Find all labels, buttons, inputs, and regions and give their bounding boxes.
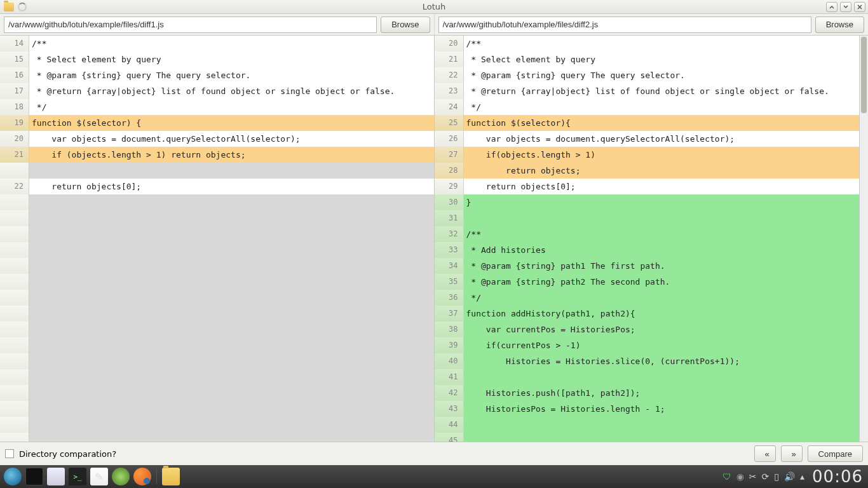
code-line[interactable]: 21 * Select element by query <box>435 51 869 67</box>
close-button[interactable] <box>854 2 865 12</box>
code-line[interactable]: 32/** <box>435 226 869 242</box>
code-line[interactable]: 34 * @param {string} path1 The first pat… <box>435 258 869 274</box>
directory-compare-checkbox[interactable] <box>5 449 14 458</box>
code-line[interactable] <box>0 417 434 433</box>
tray-menu-icon[interactable]: ▴ <box>800 471 804 482</box>
code-line[interactable] <box>0 226 434 242</box>
code-line[interactable]: 35 * @param {string} path2 The second pa… <box>435 274 869 290</box>
code-line[interactable] <box>0 194 434 210</box>
next-diff-button[interactable]: » <box>781 445 803 462</box>
code-line[interactable]: 25function $(selector){ <box>435 115 869 131</box>
maximize-button[interactable] <box>840 2 851 12</box>
code-line[interactable] <box>0 369 434 385</box>
code-line[interactable]: 15 * Select element by query <box>0 51 434 67</box>
code-line[interactable] <box>0 401 434 417</box>
code-line[interactable]: 27 if(objects.length > 1) <box>435 147 869 163</box>
line-number <box>0 353 29 369</box>
line-text: var currentPos = HistoriesPos; <box>464 322 869 337</box>
code-line[interactable]: 31 <box>435 210 869 226</box>
code-line[interactable]: 14/** <box>0 36 434 51</box>
code-line[interactable] <box>0 242 434 258</box>
start-menu-icon[interactable] <box>4 468 22 485</box>
code-line[interactable] <box>0 337 434 353</box>
taskbar-active-app-icon[interactable] <box>162 468 180 485</box>
taskbar-console-icon[interactable]: >_ <box>69 468 86 485</box>
titlebar[interactable]: Lotuh <box>0 0 868 14</box>
left-browse-button[interactable]: Browse <box>381 17 430 33</box>
prev-diff-button[interactable]: « <box>754 445 776 462</box>
minimize-button[interactable] <box>826 2 837 12</box>
battery-tray-icon[interactable]: ▯ <box>774 471 779 482</box>
code-line[interactable] <box>0 322 434 337</box>
code-line[interactable]: 26 var objects = document.querySelectorA… <box>435 131 869 147</box>
code-line[interactable]: 30} <box>435 194 869 210</box>
code-line[interactable]: 44 <box>435 417 869 433</box>
code-line[interactable]: 19function $(selector) { <box>0 115 434 131</box>
code-line[interactable] <box>0 274 434 290</box>
code-line[interactable]: 24 */ <box>435 99 869 115</box>
line-number: 39 <box>435 337 464 353</box>
left-path-input[interactable] <box>4 17 377 33</box>
line-text <box>29 226 434 242</box>
line-number: 15 <box>0 51 29 67</box>
code-line[interactable]: 22 * @param {string} query The query sel… <box>435 67 869 83</box>
system-tray[interactable]: 🛡 ◉ ✂ ⟳ ▯ 🔊 ▴ 00:06 <box>722 467 864 486</box>
code-line[interactable] <box>0 353 434 369</box>
system-taskbar[interactable]: >_ ✎ 🛡 ◉ ✂ ⟳ ▯ 🔊 ▴ 00:06 <box>0 465 868 488</box>
scrollbar[interactable] <box>859 36 868 442</box>
right-path-input[interactable] <box>438 17 811 33</box>
clipboard-tray-icon[interactable]: ✂ <box>749 471 757 482</box>
code-line[interactable]: 23 * @return {array|object} list of foun… <box>435 83 869 99</box>
code-line[interactable] <box>0 306 434 322</box>
window-title: Lotuh <box>423 2 446 11</box>
code-line[interactable] <box>0 163 434 179</box>
code-line[interactable]: 20/** <box>435 36 869 51</box>
taskbar-app-icon[interactable] <box>112 468 130 485</box>
code-line[interactable]: 20 var objects = document.querySelectorA… <box>0 131 434 147</box>
code-line[interactable]: 22 return objects[0]; <box>0 179 434 194</box>
code-line[interactable]: 33 * Add histories <box>435 242 869 258</box>
code-line[interactable] <box>0 385 434 401</box>
scrollbar-thumb[interactable] <box>861 37 867 113</box>
right-browse-button[interactable]: Browse <box>815 17 864 33</box>
sync-tray-icon[interactable]: ⟳ <box>762 471 770 482</box>
code-line[interactable]: 37function addHistory(path1, path2){ <box>435 306 869 322</box>
code-line[interactable]: 29 return objects[0]; <box>435 179 869 194</box>
code-line[interactable] <box>0 290 434 306</box>
line-text <box>464 210 869 226</box>
compare-button[interactable]: Compare <box>808 445 863 462</box>
line-number: 21 <box>435 51 464 67</box>
line-number <box>0 274 29 290</box>
code-line[interactable]: 45 <box>435 433 869 442</box>
code-line[interactable]: 41 <box>435 369 869 385</box>
code-line[interactable]: 40 Histories = Histories.slice(0, (curre… <box>435 353 869 369</box>
code-line[interactable]: 38 var currentPos = HistoriesPos; <box>435 322 869 337</box>
security-tray-icon[interactable]: 🛡 <box>722 471 731 482</box>
volume-tray-icon[interactable]: 🔊 <box>784 471 795 482</box>
line-text: /** <box>29 36 434 51</box>
code-line[interactable]: 21 if (objects.length > 1) return object… <box>0 147 434 163</box>
taskbar-editor-icon[interactable]: ✎ <box>90 468 108 485</box>
taskbar-firefox-icon[interactable] <box>133 468 151 485</box>
network-tray-icon[interactable]: ◉ <box>736 471 744 482</box>
code-line[interactable]: 36 */ <box>435 290 869 306</box>
code-line[interactable] <box>0 433 434 442</box>
clock[interactable]: 00:06 <box>812 467 863 486</box>
code-line[interactable]: 17 * @return {array|object} list of foun… <box>0 83 434 99</box>
code-line[interactable] <box>0 258 434 274</box>
code-line[interactable]: 39 if(currentPos > -1) <box>435 337 869 353</box>
line-text: function $(selector){ <box>464 115 869 131</box>
taskbar-terminal-icon[interactable] <box>25 468 43 485</box>
code-line[interactable]: 42 Histories.push([path1, path2]); <box>435 385 869 401</box>
line-number: 17 <box>0 83 29 99</box>
code-line[interactable] <box>0 210 434 226</box>
right-code[interactable]: 20/**21 * Select element by query22 * @p… <box>435 36 869 442</box>
code-line[interactable]: 16 * @param {string} query The query sel… <box>0 67 434 83</box>
code-line[interactable]: 43 HistoriesPos = Histories.length - 1; <box>435 401 869 417</box>
code-line[interactable]: 28 return objects; <box>435 163 869 179</box>
folder-icon <box>4 3 14 11</box>
directory-compare-label: Directory comparation? <box>19 449 116 459</box>
taskbar-filemanager-icon[interactable] <box>47 468 65 485</box>
code-line[interactable]: 18 */ <box>0 99 434 115</box>
left-code[interactable]: 14/**15 * Select element by query16 * @p… <box>0 36 434 442</box>
